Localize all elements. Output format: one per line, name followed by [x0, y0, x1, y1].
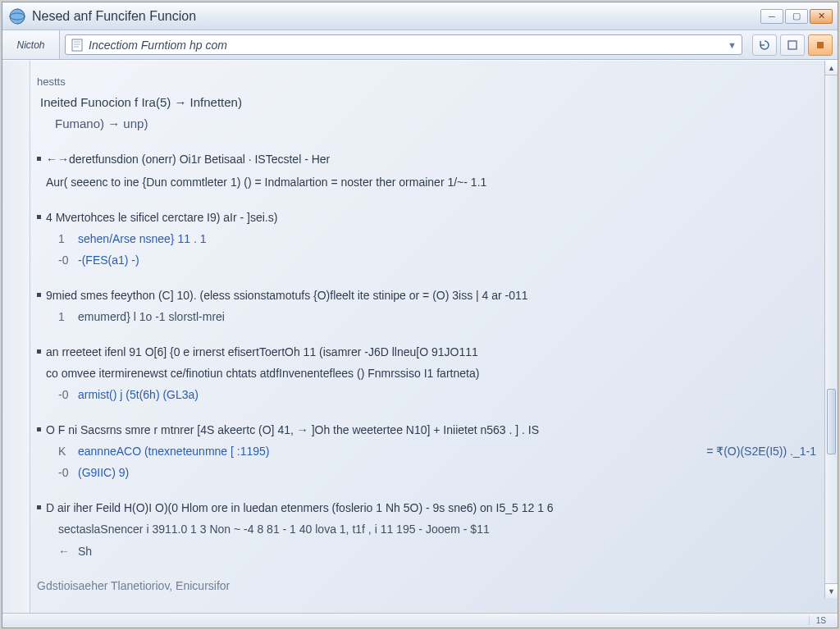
list-item: O F ni Sacsrns smre r mtnrer [4S akeertc…: [37, 421, 816, 439]
highlight-button[interactable]: [808, 34, 833, 56]
bullet-icon: [37, 157, 41, 161]
bullet-icon: [37, 349, 41, 354]
address-text: Incectiom Furntiom hp com: [89, 39, 728, 52]
item-lead: O F ni Sacsrns smre r mtnrer [4S akeertc…: [46, 421, 816, 439]
svg-rect-2: [72, 39, 82, 51]
page-kicker: hestts: [37, 74, 816, 91]
code-line: ← Sh: [37, 542, 816, 560]
scroll-thumb[interactable]: [827, 389, 836, 454]
list-item: 4 Mvertohces le sificel cerctare I9) aIr…: [37, 208, 816, 226]
list-item: ←→deretfunsdion (onerr) Oi1r Betisaal · …: [37, 150, 816, 192]
item-lead: an rreeteet ifenl 91 O[6] {0 e irnerst e…: [46, 343, 816, 361]
maximize-button[interactable]: ▢: [785, 9, 808, 24]
svg-rect-6: [788, 41, 797, 49]
footer-line: Gdstioisaeher Tlanetioriov, Enicursifor: [37, 577, 816, 595]
item-lead: D air iher Feild H(O)I O)(0 Hlom ore in …: [46, 499, 816, 517]
heading-line-1: Ineited Funocion f Ira(5) → Infnetten): [40, 93, 816, 112]
stop-icon: [815, 39, 826, 51]
item-lead: 9mied smes feeython (C] 10). (eless ssio…: [46, 286, 816, 304]
annotation-right: = ₹(O)(S2E(I5)) ._1-1: [706, 442, 816, 460]
refresh-icon: [758, 39, 771, 52]
list-item: D air iher Feild H(O)I O)(0 Hlom ore in …: [37, 499, 816, 517]
item-lead: 4 Mvertohces le sificel cerctare I9) aIr…: [46, 208, 816, 226]
item-subtext: co omvee itermirenewst ce/finotiun chtat…: [46, 364, 816, 382]
scroll-down-button[interactable]: ▼: [825, 583, 838, 598]
code-line: 1 sehen/Arse nsnee} 11 . 1: [37, 230, 816, 248]
menu-button[interactable]: [780, 34, 805, 56]
window-buttons: ─ ▢ ✕: [760, 9, 833, 24]
item-lead: ←→deretfunsdion (onerr) Oi1r Betisaal · …: [46, 150, 816, 168]
minimize-button[interactable]: ─: [760, 9, 783, 24]
bullet-icon: [37, 427, 41, 431]
code-line: = ₹(O)(S2E(I5)) ._1-1 K eannneACO (tnexn…: [37, 442, 816, 460]
document-page: hestts Ineited Funocion f Ira(5) → Infne…: [12, 66, 826, 608]
svg-rect-7: [817, 42, 824, 48]
toolbar: Nictoh Incectiom Furntiom hp com ▼: [2, 30, 838, 60]
window-title: Nesed anf Funcifen Funcion: [32, 9, 196, 24]
address-bar[interactable]: Incectiom Furntiom hp com ▼: [65, 34, 742, 55]
bullet-icon: [37, 293, 41, 297]
app-icon: [9, 8, 25, 25]
address-dropdown-icon[interactable]: ▼: [728, 40, 737, 50]
list-item: 9mied smes feeython (C] 10). (eless ssio…: [37, 286, 816, 304]
code-line: -0 (G9IIC) 9): [37, 463, 816, 482]
close-button[interactable]: ✕: [810, 9, 833, 24]
app-window: Nesed anf Funcifen Funcion ─ ▢ ✕ Nictoh …: [2, 2, 838, 628]
toolbar-tab[interactable]: Nictoh: [2, 30, 60, 59]
bullet-icon: [37, 505, 41, 509]
content-area: hestts Ineited Funocion f Ira(5) → Infne…: [2, 60, 838, 613]
code-line: -0 -(FES(a1) -): [37, 251, 816, 269]
heading-line-2: Fumano) → unp): [40, 114, 816, 134]
bullet-icon: [37, 215, 41, 219]
item-subtext: Aur( seeenc to ine {Dun commtleter 1) ()…: [46, 173, 816, 191]
statusbar: 1S: [2, 613, 838, 628]
code-line: 1 emumerd} l 1o -1 slorstl-mrei: [37, 308, 816, 326]
list-item: an rreeteet ifenl 91 O[6] {0 e irnerst e…: [37, 343, 816, 383]
refresh-button[interactable]: [752, 34, 777, 56]
code-line: -0 armist() j (5t(6h) (GL3a): [37, 386, 816, 404]
square-icon: [787, 39, 798, 51]
code-line: sectaslaSnencer i 3911.0 1 3 Non ~ -4 8 …: [37, 520, 816, 538]
page-icon: [71, 39, 84, 52]
status-right: 1S: [809, 616, 833, 625]
scroll-up-button[interactable]: ▲: [825, 61, 838, 75]
titlebar: Nesed anf Funcifen Funcion ─ ▢ ✕: [2, 2, 838, 30]
vertical-scrollbar[interactable]: ▲ ▼: [824, 61, 838, 598]
